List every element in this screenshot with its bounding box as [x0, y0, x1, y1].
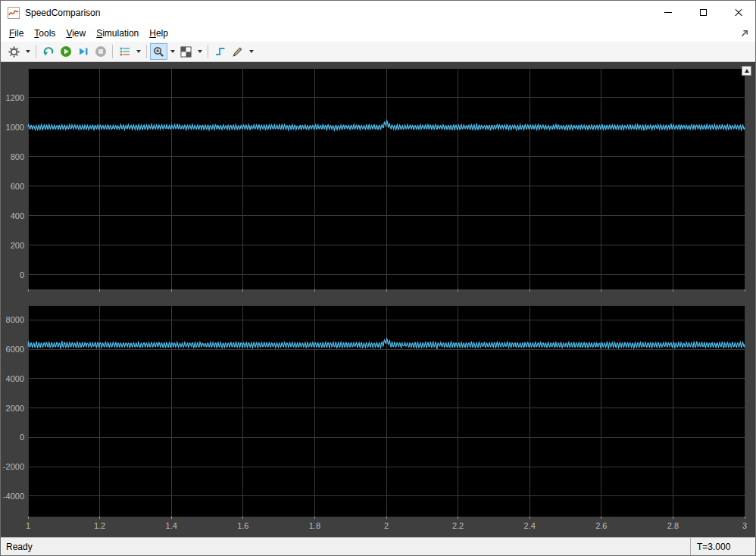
gear-icon — [8, 46, 20, 58]
undock-arrow-icon — [740, 29, 749, 38]
fit-to-view-icon — [180, 46, 192, 58]
svg-text:1.4: 1.4 — [166, 521, 177, 530]
fit-to-view-button[interactable] — [177, 43, 195, 60]
step-back-button[interactable] — [39, 43, 57, 60]
svg-text:3: 3 — [742, 521, 747, 530]
app-icon — [8, 7, 20, 19]
trigger-icon — [214, 45, 226, 58]
configuration-button[interactable] — [5, 43, 23, 60]
step-forward-icon — [77, 45, 89, 58]
chevron-down-icon — [198, 50, 202, 53]
step-forward-button[interactable] — [74, 43, 92, 60]
close-button[interactable] — [720, 1, 755, 24]
scroll-up-button[interactable] — [742, 66, 751, 76]
svg-text:0: 0 — [20, 270, 24, 280]
svg-text:2.2: 2.2 — [452, 521, 464, 530]
zoom-in-icon — [153, 46, 164, 58]
configuration-dropdown[interactable] — [23, 43, 33, 60]
toolbar-separator — [208, 45, 208, 58]
undock-button[interactable] — [739, 27, 751, 39]
style-dropdown[interactable] — [133, 43, 143, 60]
minimize-icon — [664, 12, 672, 13]
minimize-button[interactable] — [651, 1, 686, 24]
svg-text:-4000: -4000 — [3, 492, 24, 501]
toolbar — [1, 42, 755, 62]
step-back-icon — [42, 45, 55, 58]
bottom-scope-chart[interactable]: 11.21.41.61.822.22.42.62.83-4000-2000020… — [1, 297, 755, 537]
statusbar: Ready T=3.000 — [1, 537, 755, 555]
plot-region: 020040060080010001200 11.21.41.61.822.22… — [1, 62, 755, 537]
maximize-icon — [700, 9, 707, 16]
svg-text:2: 2 — [384, 521, 389, 530]
svg-text:800: 800 — [11, 152, 24, 161]
svg-text:8000: 8000 — [6, 315, 24, 324]
maximize-button[interactable] — [686, 1, 720, 24]
svg-text:1200: 1200 — [6, 93, 24, 102]
window-title: SpeedComparison — [25, 8, 100, 18]
scope-window: SpeedComparison File Tools View Simulati… — [0, 0, 756, 556]
svg-text:4000: 4000 — [6, 374, 24, 383]
svg-text:1000: 1000 — [6, 123, 24, 132]
stop-button[interactable] — [92, 43, 109, 60]
svg-text:6000: 6000 — [6, 345, 24, 354]
svg-text:2.6: 2.6 — [595, 521, 607, 530]
run-icon — [60, 45, 72, 58]
svg-text:2.4: 2.4 — [524, 521, 536, 530]
menu-help[interactable]: Help — [144, 26, 173, 41]
trigger-button[interactable] — [211, 43, 229, 60]
svg-text:600: 600 — [11, 182, 24, 191]
svg-text:400: 400 — [11, 211, 24, 220]
menubar: File Tools View Simulation Help — [1, 24, 755, 42]
svg-text:1.8: 1.8 — [309, 521, 320, 530]
chevron-down-icon — [170, 50, 175, 53]
run-button[interactable] — [57, 43, 74, 60]
cursor-measurements-icon — [232, 46, 243, 58]
toolbar-separator — [36, 45, 36, 58]
stop-icon — [95, 45, 107, 58]
close-icon — [734, 8, 742, 17]
measurements-button[interactable] — [229, 43, 246, 60]
triangle-up-icon — [745, 69, 749, 73]
menu-simulation[interactable]: Simulation — [91, 26, 144, 41]
svg-text:0: 0 — [20, 433, 24, 442]
svg-text:200: 200 — [11, 241, 24, 250]
status-text: Ready — [1, 542, 33, 552]
fit-to-view-dropdown[interactable] — [195, 43, 205, 60]
titlebar: SpeedComparison — [1, 1, 755, 24]
svg-text:1.2: 1.2 — [94, 521, 105, 530]
svg-text:-2000: -2000 — [3, 462, 24, 471]
menu-file[interactable]: File — [4, 26, 29, 41]
menu-tools[interactable]: Tools — [29, 26, 61, 41]
menu-view[interactable]: View — [61, 26, 91, 41]
scope-app-icon — [8, 7, 20, 19]
measurements-dropdown[interactable] — [246, 43, 256, 60]
chevron-down-icon — [26, 50, 30, 53]
toolbar-separator — [146, 45, 147, 58]
signal-style-icon — [119, 45, 131, 58]
zoom-button[interactable] — [150, 43, 167, 60]
svg-text:1: 1 — [26, 521, 30, 530]
chevron-down-icon — [249, 50, 254, 53]
top-scope-chart[interactable]: 020040060080010001200 — [1, 62, 755, 297]
svg-text:2000: 2000 — [6, 404, 24, 413]
svg-text:2.8: 2.8 — [667, 521, 679, 530]
chevron-down-icon — [136, 50, 141, 53]
zoom-dropdown[interactable] — [167, 43, 177, 60]
window-controls — [651, 1, 755, 24]
style-button[interactable] — [116, 43, 133, 60]
toolbar-separator — [112, 45, 113, 58]
svg-text:1.6: 1.6 — [237, 521, 248, 530]
simulation-time: T=3.000 — [690, 538, 755, 555]
